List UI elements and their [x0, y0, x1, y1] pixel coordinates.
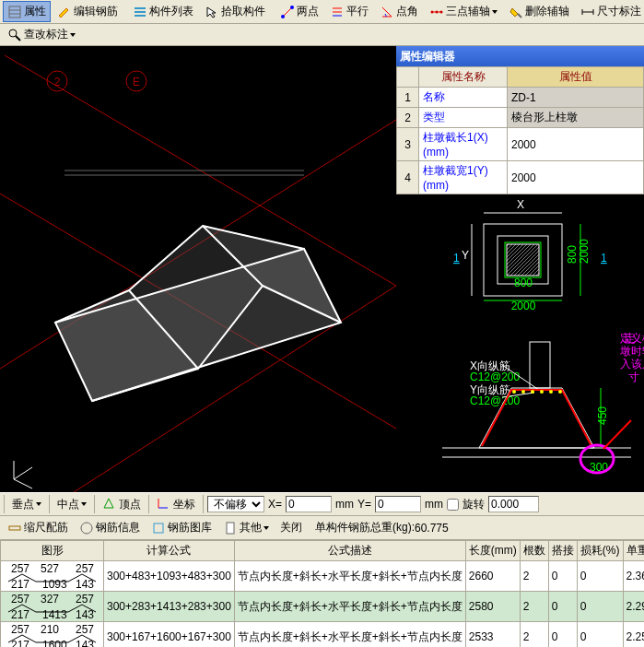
svg-point-75: [521, 390, 525, 394]
table-row[interactable]: 2572102572171600143300+167+1600+167+300节…: [1, 622, 645, 648]
rebar-toolbar: 缩尺配筋 钢筋信息 钢筋图库 其他 关闭 单构件钢筋总重(kg): 60.775: [0, 516, 644, 540]
svg-point-14: [436, 10, 439, 13]
col-shape[interactable]: 图形: [1, 541, 104, 561]
svg-line-16: [518, 14, 521, 18]
svg-point-77: [540, 390, 544, 394]
col-value: 属性值: [508, 67, 644, 88]
offset-select[interactable]: 不偏移: [207, 496, 264, 512]
three-aux-button[interactable]: 三点辅轴: [425, 1, 502, 22]
del-aux-label: 删除辅轴: [525, 4, 569, 19]
threeaux-icon: [429, 5, 444, 19]
weight-value: 60.775: [415, 522, 449, 535]
col-weight[interactable]: 单重: [623, 541, 644, 561]
svg-point-8: [290, 6, 294, 9]
point-angle-button[interactable]: 点角: [375, 1, 423, 22]
lap-cell: 0: [548, 622, 577, 648]
prop-value-cell[interactable]: 2000: [508, 128, 644, 161]
col-len[interactable]: 长度(mm): [465, 541, 520, 561]
svg-point-74: [512, 390, 516, 394]
find-label: 查改标注: [24, 27, 68, 42]
y-input[interactable]: [375, 496, 421, 512]
close-button[interactable]: 关闭: [275, 517, 307, 538]
weight-label: 单构件钢筋总重(kg):: [315, 520, 415, 535]
find-button[interactable]: 查改标注: [3, 24, 80, 45]
parallel-button[interactable]: 平行: [325, 1, 373, 22]
snap-toolbar: 垂点 中点 顶点 坐标 不偏移 X= mm Y= mm 旋转: [0, 492, 644, 516]
svg-text:257: 257: [11, 624, 29, 636]
col-name: 属性名称: [419, 67, 508, 88]
other-button[interactable]: 其他: [218, 517, 274, 538]
search-icon: [7, 28, 22, 42]
svg-text:327: 327: [41, 594, 59, 606]
svg-text:800: 800: [514, 276, 533, 289]
dim-icon: [580, 5, 595, 19]
rotate-checkbox[interactable]: [447, 499, 459, 511]
table-row[interactable]: 2573272572171413143300+283+1413+283+300节…: [1, 592, 645, 622]
mid-snap-button[interactable]: 中点: [53, 494, 91, 515]
svg-text:450: 450: [596, 406, 609, 425]
dropdown-icon: [36, 502, 41, 506]
svg-text:257: 257: [76, 624, 94, 636]
property-editor-panel: 属性编辑器 属性名称 属性值 1名称ZD-1 2类型棱台形上柱墩 3柱墩截长1(…: [396, 46, 644, 492]
prop-value-cell[interactable]: ZD-1: [508, 88, 644, 108]
svg-point-92: [81, 523, 92, 534]
scale-button[interactable]: 缩尺配筋: [3, 517, 73, 538]
svg-text:143: 143: [76, 578, 94, 589]
loss-cell: 0: [577, 561, 623, 592]
vert-snap-button[interactable]: 垂点: [7, 494, 46, 515]
col-formula[interactable]: 计算公式: [104, 541, 235, 561]
x-input[interactable]: [286, 496, 332, 512]
separator: [148, 495, 149, 513]
top-snap-button[interactable]: 顶点: [98, 494, 146, 515]
del-aux-button[interactable]: 删除辅轴: [504, 1, 574, 22]
num-cell: 2: [520, 592, 548, 622]
svg-text:1093: 1093: [42, 578, 67, 589]
y-label: Y=: [357, 498, 371, 511]
props-icon: [7, 5, 22, 19]
svg-point-13: [431, 10, 434, 13]
separator: [49, 495, 50, 513]
svg-text:800: 800: [566, 245, 579, 264]
w-cell: 2.29: [623, 592, 644, 622]
vert-label: 垂点: [12, 497, 34, 512]
col-loss[interactable]: 损耗(%): [577, 541, 623, 561]
props-button[interactable]: 属性: [3, 1, 51, 22]
coord-snap-button[interactable]: 坐标: [152, 494, 200, 515]
separator: [94, 495, 95, 513]
lib-button[interactable]: 钢筋图库: [146, 517, 217, 538]
svg-text:1: 1: [453, 252, 460, 265]
edit-rebar-button[interactable]: 编辑钢筋: [53, 1, 123, 22]
col-num[interactable]: 根数: [520, 541, 548, 561]
cad-viewport[interactable]: 2 E: [0, 46, 396, 492]
two-point-button[interactable]: 两点: [275, 1, 323, 22]
info-button[interactable]: 钢筋信息: [75, 517, 145, 538]
dropdown-icon: [81, 502, 87, 506]
prop-row: 2类型棱台形上柱墩: [397, 108, 644, 128]
dim-button[interactable]: 尺寸标注: [576, 1, 644, 22]
mm-label: mm: [335, 498, 354, 511]
rotate-input[interactable]: [488, 496, 539, 512]
parallel-icon: [330, 5, 345, 19]
svg-rect-5: [135, 15, 146, 17]
property-editor-title: 属性编辑器: [396, 46, 644, 66]
prop-value-cell[interactable]: 2000: [508, 161, 644, 194]
svg-text:Y: Y: [462, 249, 469, 262]
svg-text:143: 143: [76, 608, 94, 619]
table-row[interactable]: 2575272572171093143300+483+1093+483+300节…: [1, 561, 645, 592]
comp-list-button[interactable]: 构件列表: [128, 1, 198, 22]
lib-label: 钢筋图库: [168, 520, 212, 535]
svg-text:2: 2: [54, 76, 61, 88]
formula-cell: 300+283+1413+283+300: [104, 592, 235, 622]
prop-row: 3柱墩截长1(X)(mm)2000: [397, 128, 644, 161]
col-lap[interactable]: 搭接: [548, 541, 577, 561]
w-cell: 2.25: [623, 622, 644, 648]
len-cell: 2580: [465, 592, 520, 622]
col-desc[interactable]: 公式描述: [234, 541, 465, 561]
prop-value-cell[interactable]: 棱台形上柱墩: [508, 108, 644, 128]
svg-text:210: 210: [41, 624, 59, 636]
pick-comp-button[interactable]: 拾取构件: [200, 1, 270, 22]
svg-text:1413: 1413: [42, 608, 67, 619]
desc-cell: 节点内长度+斜长+水平长度+斜长+节点内长度: [234, 561, 465, 592]
angle-icon: [380, 5, 394, 19]
shape-cell: 2572102572171600143: [1, 622, 104, 648]
